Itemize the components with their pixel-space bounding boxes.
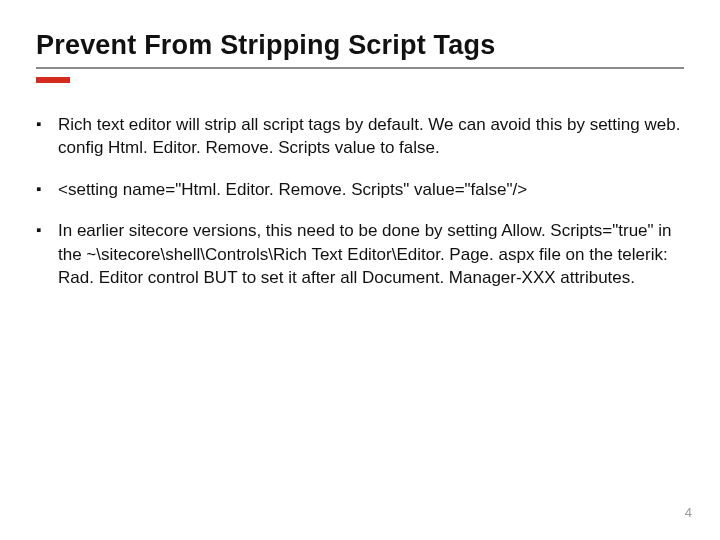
page-number: 4 xyxy=(685,505,692,520)
bullet-item: <setting name="Html. Editor. Remove. Scr… xyxy=(36,178,684,201)
slide: Prevent From Stripping Script Tags Rich … xyxy=(0,0,720,540)
bullet-item: In earlier sitecore versions, this need … xyxy=(36,219,684,289)
title-wrap: Prevent From Stripping Script Tags xyxy=(36,30,684,69)
slide-title: Prevent From Stripping Script Tags xyxy=(36,30,684,61)
bullet-list: Rich text editor will strip all script t… xyxy=(36,113,684,290)
content-area: Rich text editor will strip all script t… xyxy=(36,113,684,290)
accent-bar xyxy=(36,77,70,83)
bullet-item: Rich text editor will strip all script t… xyxy=(36,113,684,160)
